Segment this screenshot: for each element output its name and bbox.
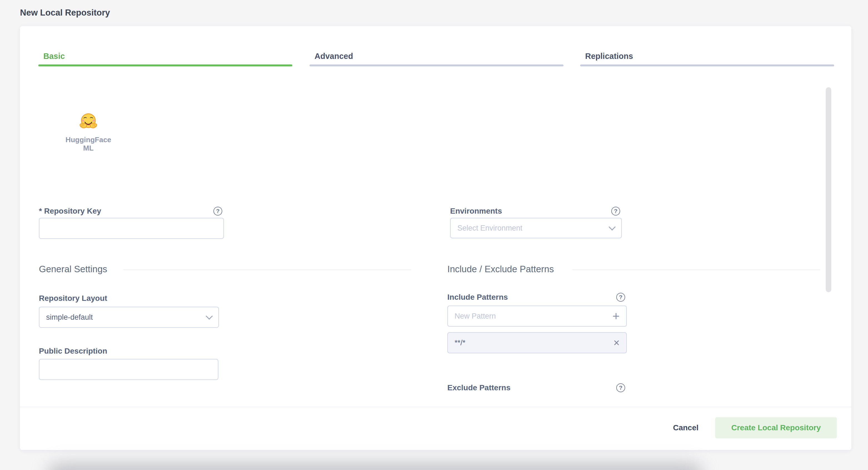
hugging-face-icon <box>79 113 98 132</box>
include-patterns-label: Include Patterns <box>447 293 508 302</box>
tab-replications-underline <box>580 64 834 66</box>
repository-layout-select[interactable]: simple-default <box>39 307 219 328</box>
include-pattern-item: **/* × <box>447 332 627 353</box>
package-type-name-line1: HuggingFace <box>66 135 112 144</box>
tab-basic-label: Basic <box>43 52 65 61</box>
footer-divider <box>20 407 851 407</box>
footer-actions: Cancel Create Local Repository <box>673 417 837 438</box>
tab-advanced[interactable]: Advanced <box>310 48 563 68</box>
include-pattern-value: **/* <box>455 339 465 347</box>
include-exclude-heading: Include / Exclude Patterns <box>447 264 554 275</box>
page-title: New Local Repository <box>20 8 110 18</box>
repository-key-fieldbox <box>39 218 224 239</box>
general-settings-heading: General Settings <box>39 264 107 275</box>
tab-advanced-label: Advanced <box>314 52 353 61</box>
repository-layout-label: Repository Layout <box>39 294 107 303</box>
add-pattern-icon[interactable]: + <box>612 310 620 322</box>
remove-pattern-icon[interactable]: × <box>614 338 620 348</box>
repository-layout-value: simple-default <box>46 313 93 322</box>
repository-key-label: * Repository Key <box>39 207 101 216</box>
package-type-tile: HuggingFace ML <box>55 113 122 152</box>
tab-advanced-underline <box>310 64 563 66</box>
include-exclude-divider <box>572 270 820 270</box>
public-description-label: Public Description <box>39 347 107 355</box>
include-patterns-help-icon[interactable]: ? <box>616 293 625 302</box>
vertical-scrollbar-thumb[interactable] <box>826 87 831 292</box>
new-local-repository-dialog: Basic Advanced Replications <box>20 26 851 450</box>
tab-basic[interactable]: Basic <box>38 48 292 68</box>
environments-select[interactable]: Select Environment <box>450 218 622 238</box>
background-shadow <box>47 463 703 470</box>
package-type-name-line2: ML <box>66 144 112 152</box>
create-local-repository-button[interactable]: Create Local Repository <box>715 417 837 438</box>
cancel-button[interactable]: Cancel <box>673 423 699 432</box>
chevron-down-icon <box>206 313 213 319</box>
tab-replications[interactable]: Replications <box>580 48 834 68</box>
general-settings-divider <box>123 270 411 270</box>
environments-label: Environments <box>450 207 502 216</box>
new-pattern-input[interactable] <box>455 312 612 320</box>
exclude-patterns-help-icon[interactable]: ? <box>616 383 625 392</box>
tab-replications-label: Replications <box>585 52 633 61</box>
new-pattern-fieldbox: + <box>447 306 627 327</box>
environments-placeholder: Select Environment <box>457 224 522 232</box>
exclude-patterns-label: Exclude Patterns <box>447 383 510 392</box>
environments-help-icon[interactable]: ? <box>611 207 620 216</box>
repository-key-input[interactable] <box>46 224 217 233</box>
public-description-input[interactable] <box>46 365 211 374</box>
tab-basic-underline <box>38 64 292 66</box>
chevron-down-icon <box>609 223 615 230</box>
public-description-fieldbox <box>39 359 218 380</box>
repository-key-help-icon[interactable]: ? <box>213 207 222 216</box>
